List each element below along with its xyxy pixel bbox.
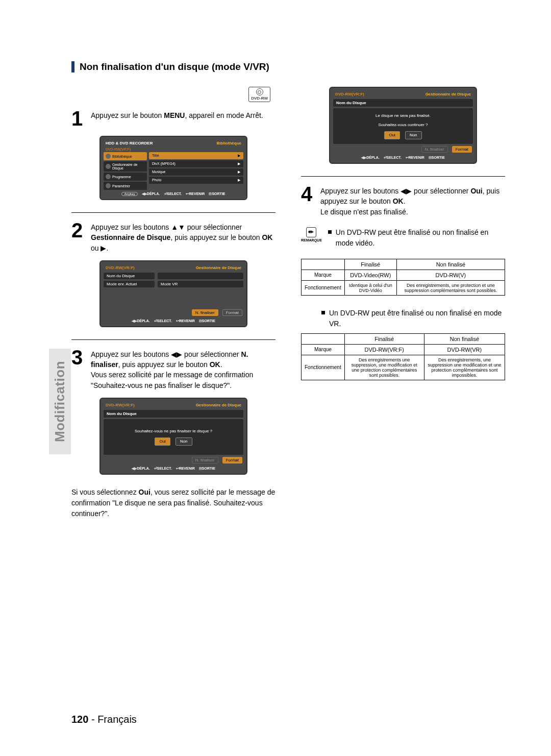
osd3-format-button: Format (222, 457, 242, 464)
osd3-oui-button: Oui (155, 437, 170, 446)
bullet-icon (321, 311, 325, 314)
side-tab: Modification (49, 349, 71, 454)
comparison-table-video-mode: Finalisé Non finalisé Marque DVD-Video(R… (301, 259, 505, 296)
note-1-text: Un DVD-RW peut être finalisé ou non fina… (336, 227, 505, 249)
bullet-icon (328, 230, 332, 234)
osd3-label: Nom du Disque (104, 410, 243, 418)
note-label: REMARQUE (301, 238, 322, 242)
step-3-text: Appuyez sur les boutons ◀▶ pour sélectio… (91, 347, 276, 391)
disc-type-label: DVD-RW (251, 96, 268, 101)
page-number: 120 (71, 714, 88, 725)
step-4-number: 4 (301, 184, 316, 217)
disc-type-badge: DVD-RW (248, 87, 270, 102)
step-3: 3 Appuyez sur les boutons ◀▶ pour sélect… (71, 347, 276, 391)
osd2-top-right: Gestionnaire de Disque (196, 265, 241, 270)
osd4-msg1: Le disque ne sera pas finalisé. (375, 113, 431, 119)
osd3-non-button: Non (176, 437, 192, 446)
osd1-left-item: Programme (104, 173, 147, 181)
left-column: DVD-RW 1 Appuyez sur le bouton MENU, app… (71, 87, 276, 529)
osd4-msg2: Souhaitez-vous continuer ? (379, 122, 428, 128)
step-4-text: Appuyez sur les boutons ◀▶ pour sélectio… (320, 184, 505, 217)
osd1-top-right: Bibliothèque (217, 141, 241, 145)
table2-h2: Non finalisé (424, 333, 505, 344)
table1-h1: Finalisé (344, 259, 396, 270)
table2-r1c1: DVD-RW(VR:F) (344, 344, 424, 355)
page-footer: 120 - Français (71, 714, 137, 725)
section-bar (71, 61, 74, 72)
table2-r1: Marque (302, 344, 345, 355)
section-title-text: Non finalisation d'un disque (mode V/VR) (80, 61, 269, 72)
osd-disc-manager-screenshot: DVD-RW(VR:F) Gestionnaire de Disque Nom … (99, 260, 247, 327)
osd4-label: Nom du Disque (333, 99, 473, 107)
disc-icon (256, 88, 263, 95)
right-column: DVD-RW(VR:F) Gestionnaire de Disque Nom … (301, 87, 505, 529)
step-3-followup: Si vous sélectionnez Oui, vous serez sol… (71, 487, 276, 519)
table2-r2c1: Des enregistrements une suppression, une… (344, 355, 424, 380)
osd4-unfinalize-button: N. finaliser (421, 146, 448, 153)
osd1-left-item: Paramétrer (104, 182, 147, 190)
osd4-top-right: Gestionnaire de Disque (425, 92, 471, 96)
note-icon: REMARQUE (301, 227, 322, 242)
table1-r1: Marque (302, 270, 345, 280)
table1-r1c2: DVD-RW(V) (396, 270, 505, 280)
divider (71, 212, 276, 213)
table2-r2: Fonctionnement (302, 355, 345, 380)
osd3-unfinalize-button: N. finaliser (192, 457, 218, 464)
note-1-bullet: Un DVD-RW peut être finalisé ou non fina… (328, 227, 505, 249)
osd4-format-button: Format (452, 146, 472, 153)
osd3-footer: ◀▶DÉPLA. ⏎SELECT. ↩REVENIR ⊟SORTIE (104, 465, 243, 471)
step-2-number: 2 (71, 220, 87, 253)
step-4: 4 Appuyez sur les boutons ◀▶ pour sélect… (301, 184, 505, 217)
osd-menu-screenshot: HDD & DVD RECORDER Bibliothèque DVD-RW(V… (99, 136, 247, 200)
osd3-message: Souhaitez-vous ne pas finaliser le disqu… (135, 428, 212, 434)
osd-confirm-unfinalize-screenshot: DVD-RW(VR:F) Gestionnaire de Disque Nom … (99, 398, 247, 475)
osd1-right-item: Photo▶ (149, 177, 243, 184)
osd1-footer: Anykey ◀▶DÉPLA. ⏎SELECT. ↩REVENIR ⊟SORTI… (104, 190, 243, 196)
osd1-left-item: Gestionnaire de Disque (104, 161, 147, 172)
osd4-top-left: DVD-RW(VR:F) (335, 92, 364, 96)
section-title: Non finalisation d'un disque (mode V/VR) (71, 61, 505, 72)
table1-r1c1: DVD-Video(RW) (344, 270, 396, 280)
osd4-footer: ◀▶DÉPLA. ⏎SELECT. ↩REVENIR ⊟SORTIE (333, 154, 473, 160)
osd4-oui-button: Oui (384, 131, 399, 139)
comparison-table-vr-mode: Finalisé Non finalisé Marque DVD-RW(VR:F… (301, 333, 505, 380)
osd2-unfinalize-button: N. finaliser (192, 309, 218, 316)
table2-r1c2: DVD-RW(VR) (424, 344, 505, 355)
osd2-footer: ◀▶DÉPLA. ⏎SELECT. ↩REVENIR ⊟SORTIE (104, 317, 243, 323)
osd2-format-button: Format (222, 309, 242, 316)
divider (71, 339, 276, 340)
osd1-right-item: Musique▶ (149, 168, 243, 176)
osd1-right-item: Titre▶ (149, 152, 243, 159)
osd-confirm-continue-screenshot: DVD-RW(VR:F) Gestionnaire de Disque Nom … (329, 87, 477, 164)
osd1-left-item: Bibliothèque (104, 152, 147, 160)
osd3-top-left: DVD-RW(VR:F) (106, 403, 135, 407)
note-2-text: Un DVD-RW peut être finalisé ou non fina… (329, 308, 505, 329)
pencil-icon (306, 227, 316, 237)
osd1-right-item: DivX (MPEG4)▶ (149, 160, 243, 167)
divider (301, 176, 505, 177)
step-3-number: 3 (71, 347, 87, 391)
table1-r2c1: Identique à celui d'un DVD-Vidéo (344, 280, 396, 295)
step-2-text: Appuyez sur les boutons ▲▼ pour sélectio… (91, 220, 276, 253)
note-block-1: REMARQUE Un DVD-RW peut être finalisé ou… (301, 227, 505, 253)
step-1-text: Appuyez sur le bouton MENU, appareil en … (91, 108, 263, 129)
osd3-top-right: Gestionnaire de Disque (196, 403, 241, 407)
table2-r2c2: Des enregistrements, une suppression une… (424, 355, 505, 380)
table2-h1: Finalisé (344, 333, 424, 344)
osd2-row: Nom du Disque (104, 273, 243, 279)
osd2-row: Mode enr. Actuel Mode VR (104, 281, 243, 287)
note-2-bullet: Un DVD-RW peut être finalisé ou non fina… (321, 308, 505, 329)
osd1-top-left: HDD & DVD RECORDER (106, 141, 153, 145)
osd2-top-left: DVD-RW(VR:F) (106, 265, 135, 270)
step-1: 1 Appuyez sur le bouton MENU, appareil e… (71, 108, 276, 129)
step-2: 2 Appuyez sur les boutons ▲▼ pour sélect… (71, 220, 276, 253)
table1-r2c2: Des enregistrements, une protection et u… (396, 280, 505, 295)
table1-h2: Non finalisé (396, 259, 505, 270)
osd4-non-button: Non (405, 131, 422, 139)
page-language: Français (97, 714, 137, 725)
table1-r2: Fonctionnement (302, 280, 345, 295)
step-1-number: 1 (71, 108, 87, 129)
osd1-disc-label: DVD-RW(VR:F) (104, 147, 243, 152)
